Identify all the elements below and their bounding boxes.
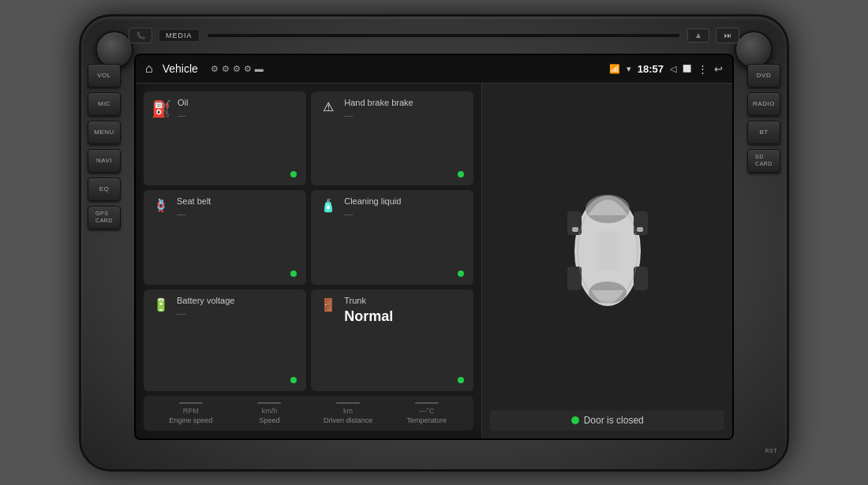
- cards-grid: ⛽ Oil — ⚠ Hand brake brake —: [144, 91, 473, 391]
- battery-icon: 🔋: [152, 297, 170, 312]
- sidebar-btn-radio[interactable]: RADIO: [747, 92, 780, 116]
- sidebar-btn-vol[interactable]: VOL: [88, 64, 121, 88]
- settings-icon-1[interactable]: ⚙: [211, 64, 219, 74]
- settings-icon-4[interactable]: ⚙: [244, 64, 252, 74]
- trunk-title: Trunk: [344, 296, 466, 305]
- eject-button[interactable]: ▲: [687, 28, 709, 43]
- sidebar-btn-sd[interactable]: SDCARD: [747, 149, 780, 173]
- oil-icon: ⛽: [152, 99, 171, 118]
- sidebar-btn-bt[interactable]: BT: [747, 121, 780, 144]
- oil-value: —: [178, 110, 298, 120]
- sidebar-btn-dvd[interactable]: DVD: [747, 64, 780, 88]
- cleaning-content: Cleaning liquid —: [344, 196, 466, 218]
- back-icon[interactable]: ↩: [714, 63, 723, 75]
- temp-line: [415, 402, 439, 404]
- settings-icons: ⚙ ⚙ ⚙ ⚙ ▬: [211, 64, 603, 74]
- stats-bar: RPM Engine speed km/h Speed km Driven di…: [144, 396, 473, 431]
- trunk-card[interactable]: 🚪 Trunk Normal: [311, 289, 473, 391]
- left-side-buttons: VOL MIC MENU NAVI EQ GPSCARD: [88, 64, 121, 229]
- oil-status-dot: [290, 171, 297, 177]
- distance-line: [336, 402, 360, 404]
- battery-card[interactable]: 🔋 Battery voltage —: [144, 289, 306, 391]
- seatbelt-value: —: [177, 209, 298, 218]
- left-knob[interactable]: [95, 31, 133, 69]
- info-panel: ⛽ Oil — ⚠ Hand brake brake —: [136, 84, 481, 438]
- screen-icon[interactable]: ⬜: [683, 65, 691, 73]
- seatbelt-icon: 🪢: [152, 198, 170, 213]
- seatbelt-status-dot: [290, 270, 297, 277]
- phone-icon-btn[interactable]: 📞: [129, 28, 152, 43]
- seatbelt-card[interactable]: 🪢 Seat belt —: [144, 190, 306, 285]
- stat-speed: km/h Speed: [232, 402, 308, 424]
- oil-content: Oil —: [178, 98, 298, 120]
- rpm-unit: RPM: [183, 407, 199, 415]
- wifi-icon: ▾: [627, 64, 631, 74]
- top-right-controls: ▲ ⏭: [687, 28, 739, 43]
- stat-rpm: RPM Engine speed: [153, 402, 229, 424]
- temp-label: Temperature: [406, 416, 447, 424]
- media-label[interactable]: MEDIA: [159, 29, 200, 42]
- seatbelt-title: Seat belt: [177, 196, 298, 206]
- rpm-label: Engine speed: [169, 416, 212, 424]
- speed-unit: km/h: [262, 407, 278, 415]
- screen: ⌂ Vehicle ⚙ ⚙ ⚙ ⚙ ▬ 📶 ▾ 18:57 ◁ ⬜ ⋮ ↩: [134, 54, 734, 440]
- rpm-line: [179, 402, 203, 404]
- handbrake-content: Hand brake brake —: [344, 98, 466, 120]
- time-display: 18:57: [638, 63, 664, 75]
- oil-title: Oil: [178, 98, 298, 107]
- cleaning-status-dot: [458, 270, 464, 277]
- home-icon[interactable]: ⌂: [145, 62, 153, 76]
- sidebar-btn-gps[interactable]: GPSCARD: [88, 206, 121, 229]
- speed-line: [257, 402, 281, 404]
- rst-button[interactable]: RST: [765, 448, 778, 453]
- skip-btn[interactable]: ⏭: [716, 28, 739, 43]
- trunk-value: Normal: [344, 308, 466, 325]
- battery-value: —: [177, 308, 298, 318]
- svg-rect-8: [637, 227, 643, 232]
- main-content: ⛽ Oil — ⚠ Hand brake brake —: [136, 84, 732, 438]
- sidebar-btn-navi[interactable]: NAVI: [88, 149, 121, 173]
- handbrake-icon: ⚠: [319, 99, 338, 114]
- right-status-icons: 📶 ▾ 18:57 ◁ ⬜ ⋮ ↩: [609, 63, 723, 75]
- svg-rect-7: [572, 227, 578, 232]
- stat-temp: —°C Temperature: [389, 402, 465, 424]
- vehicle-title: Vehicle: [163, 62, 198, 75]
- speed-label: Speed: [259, 416, 279, 424]
- cleaning-value: —: [344, 209, 466, 218]
- sidebar-btn-menu[interactable]: MENU: [88, 121, 121, 144]
- settings-icon-3[interactable]: ⚙: [233, 64, 241, 74]
- handbrake-card[interactable]: ⚠ Hand brake brake —: [311, 91, 473, 186]
- handbrake-title: Hand brake brake: [344, 98, 466, 107]
- battery-status-dot: [290, 377, 297, 383]
- battery-title: Battery voltage: [177, 296, 298, 305]
- door-status-text: Door is closed: [584, 415, 644, 426]
- door-status-dot: [571, 416, 579, 424]
- cleaning-title: Cleaning liquid: [344, 196, 466, 206]
- top-bar: 📞 MEDIA ▲ ⏭: [129, 28, 739, 43]
- volume-icon[interactable]: ◁: [670, 64, 676, 74]
- temp-unit: —°C: [419, 407, 434, 415]
- trunk-content: Trunk Normal: [344, 296, 466, 325]
- car-top-view-svg: [556, 168, 659, 334]
- svg-rect-9: [596, 231, 619, 270]
- cd-slot: [208, 34, 679, 37]
- head-unit: VOL MIC TUNE 📞 MEDIA ▲ ⏭ VOL MIC MENU NA…: [79, 14, 789, 472]
- signal-icon: 📶: [609, 64, 620, 74]
- top-left-controls: 📞 MEDIA: [129, 28, 200, 43]
- oil-card[interactable]: ⛽ Oil —: [144, 91, 306, 186]
- battery-status-icon: ▬: [255, 64, 264, 74]
- stat-distance: km Driven distance: [310, 402, 386, 424]
- handbrake-value: —: [344, 110, 466, 120]
- right-knob[interactable]: [735, 31, 773, 69]
- more-menu-icon[interactable]: ⋮: [698, 63, 708, 75]
- cleaning-card[interactable]: 🧴 Cleaning liquid —: [311, 190, 473, 285]
- settings-icon-2[interactable]: ⚙: [222, 64, 230, 74]
- battery-content: Battery voltage —: [177, 296, 298, 318]
- seatbelt-content: Seat belt —: [177, 196, 298, 218]
- sidebar-btn-eq[interactable]: EQ: [88, 177, 121, 201]
- sidebar-btn-mic[interactable]: MIC: [88, 92, 121, 116]
- right-side-buttons: DVD RADIO BT SDCARD: [747, 64, 780, 173]
- car-view: [556, 91, 659, 410]
- trunk-icon: 🚪: [319, 297, 338, 312]
- status-bar: ⌂ Vehicle ⚙ ⚙ ⚙ ⚙ ▬ 📶 ▾ 18:57 ◁ ⬜ ⋮ ↩: [136, 55, 732, 84]
